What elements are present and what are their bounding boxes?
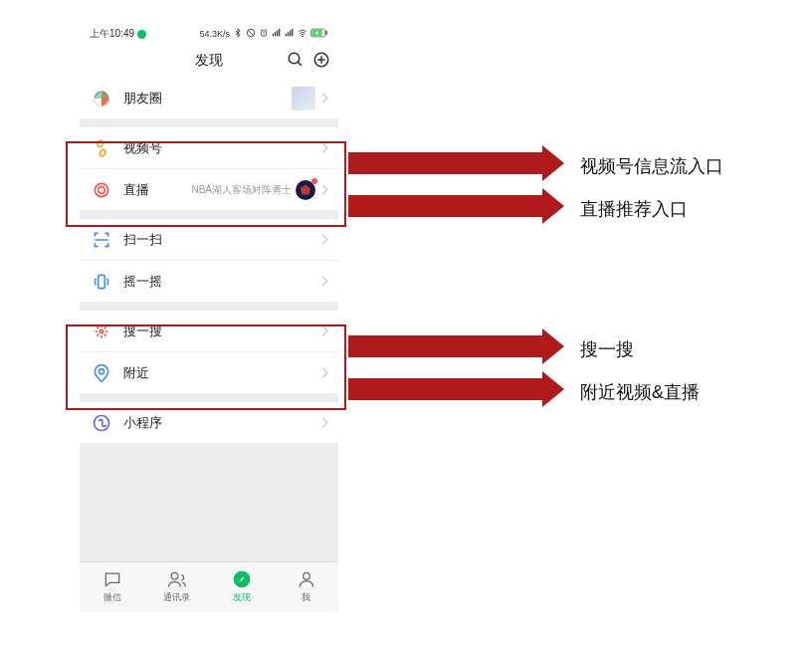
discover-list: 朋友圈 视频号 直播 NBA湖人客场对阵勇士 扫一扫 (80, 78, 338, 561)
battery-icon (310, 28, 328, 40)
svg-rect-7 (288, 32, 289, 36)
row-live[interactable]: 直播 NBA湖人客场对阵勇士 (80, 169, 338, 211)
wifi-icon (298, 28, 307, 40)
channels-icon (92, 138, 111, 158)
annotation-live: 直播推荐入口 (580, 197, 688, 221)
tab-label: 微信 (103, 591, 121, 604)
shake-icon (92, 272, 111, 292)
row-label: 附近 (123, 364, 319, 382)
chevron-right-icon (318, 143, 328, 153)
svg-point-18 (95, 183, 107, 196)
row-label: 扫一扫 (123, 231, 319, 249)
phone-frame: 上午10:49 54.3K/s (80, 24, 338, 611)
dnd-icon (246, 28, 256, 40)
row-moments[interactable]: 朋友圈 (80, 78, 338, 119)
tab-me[interactable]: 我 (274, 562, 338, 611)
chevron-right-icon (318, 185, 328, 195)
signal2-icon (285, 28, 295, 40)
live-badge-icon (296, 180, 315, 200)
row-shake[interactable]: 摇一摇 (80, 261, 338, 303)
svg-point-17 (99, 186, 105, 193)
svg-rect-13 (325, 31, 326, 35)
row-search[interactable]: 搜一搜 (80, 311, 338, 352)
svg-rect-4 (277, 31, 278, 37)
svg-point-25 (303, 572, 309, 579)
svg-point-10 (303, 36, 304, 37)
svg-rect-8 (290, 31, 291, 37)
svg-rect-2 (273, 34, 274, 37)
svg-rect-9 (292, 29, 293, 36)
row-channels[interactable]: 视频号 (80, 127, 338, 169)
nearby-icon (92, 363, 111, 383)
moments-icon (92, 89, 111, 108)
add-icon[interactable] (312, 51, 330, 72)
arrow-channels (348, 152, 564, 174)
wechat-running-icon (137, 30, 146, 39)
arrow-search (348, 335, 564, 357)
row-label: 视频号 (123, 139, 319, 157)
net-speed: 54.3K/s (199, 29, 230, 39)
svg-point-20 (100, 329, 102, 332)
chevron-right-icon (318, 277, 328, 287)
chevron-right-icon (318, 368, 328, 378)
tab-label: 我 (302, 591, 310, 604)
row-label: 小程序 (123, 414, 319, 432)
tab-contacts[interactable]: 通讯录 (144, 562, 209, 611)
row-label: 朋友圈 (123, 90, 292, 108)
tab-label: 发现 (233, 591, 251, 604)
annotation-search: 搜一搜 (580, 337, 634, 361)
live-extra-text: NBA湖人客场对阵勇士 (191, 183, 292, 197)
row-label: 摇一摇 (123, 273, 319, 291)
signal-icon (272, 28, 282, 40)
row-miniprogram[interactable]: 小程序 (80, 402, 338, 444)
row-scan[interactable]: 扫一扫 (80, 219, 338, 261)
tab-bar: 微信 通讯录 发现 我 (80, 561, 338, 611)
search-row-icon (92, 322, 111, 341)
chevron-right-icon (318, 235, 328, 245)
page-title: 发现 (195, 52, 223, 70)
arrow-nearby (348, 378, 564, 400)
svg-rect-19 (99, 275, 105, 288)
status-time: 上午10:49 (90, 27, 134, 41)
row-label: 直播 (123, 181, 191, 199)
status-bar: 上午10:49 54.3K/s (80, 24, 338, 44)
svg-rect-6 (286, 34, 287, 37)
row-label: 搜一搜 (123, 323, 319, 340)
tab-chat[interactable]: 微信 (80, 562, 144, 611)
moments-thumb (292, 87, 315, 110)
svg-point-21 (100, 368, 104, 373)
chevron-right-icon (318, 418, 328, 428)
annotation-channels: 视频号信息流入口 (580, 154, 723, 178)
arrow-live (348, 195, 564, 217)
row-nearby[interactable]: 附近 (80, 352, 338, 394)
status-indicators: 54.3K/s (199, 28, 328, 40)
svg-point-14 (289, 53, 300, 64)
svg-rect-5 (279, 29, 280, 36)
bluetooth-icon (233, 28, 243, 40)
miniprogram-icon (92, 413, 111, 433)
chevron-right-icon (318, 326, 328, 336)
live-icon (92, 180, 111, 200)
svg-point-23 (171, 572, 178, 579)
annotation-nearby: 附近视频&直播 (580, 380, 700, 404)
chevron-right-icon (318, 94, 328, 104)
svg-rect-3 (275, 32, 276, 36)
tab-label: 通讯录 (163, 591, 190, 604)
search-icon[interactable] (287, 51, 304, 72)
page-header: 发现 (80, 44, 338, 78)
tab-discover[interactable]: 发现 (209, 562, 274, 611)
scan-icon (92, 230, 111, 250)
alarm-icon (259, 28, 269, 40)
